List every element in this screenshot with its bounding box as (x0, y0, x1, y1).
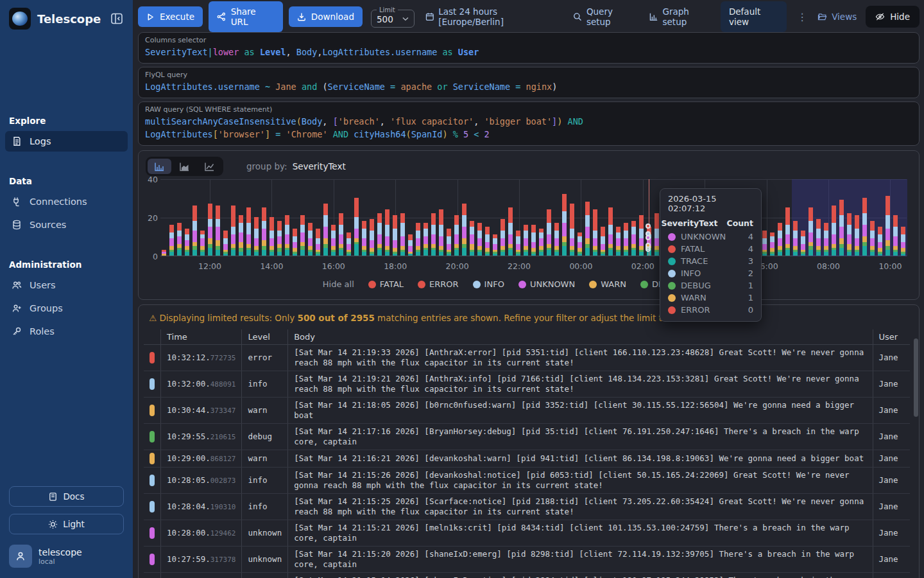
sidebar-item-connections[interactable]: Connections (5, 191, 128, 212)
raw-query-field[interactable]: RAW query (SQL WHERE statement) multiSea… (138, 101, 920, 146)
stacked-bar[interactable] (454, 179, 459, 256)
stacked-bar[interactable] (447, 179, 451, 256)
stacked-bar[interactable] (270, 179, 274, 256)
stacked-bar[interactable] (354, 179, 359, 256)
stacked-bar[interactable] (608, 179, 613, 256)
stacked-bar[interactable] (539, 179, 543, 256)
table-row[interactable]: 10:28:05.002873info[Sat Mar 14 21:15:26 … (144, 468, 910, 494)
stacked-bar[interactable] (809, 179, 813, 256)
legend-item-unknown[interactable]: UNKNOWN (518, 279, 575, 289)
stacked-bar[interactable] (346, 179, 351, 256)
chart-type-line-button[interactable] (198, 159, 221, 174)
limit-select[interactable]: Limit 500 (371, 6, 415, 28)
stacked-bar[interactable] (886, 179, 890, 256)
default-view-button[interactable]: Default view (721, 1, 787, 32)
stacked-bar[interactable] (862, 179, 867, 256)
chart-type-area-button[interactable] (173, 159, 196, 174)
table-row[interactable]: 10:29:55.210615debug[Sat Mar 14 21:17:16… (144, 424, 910, 450)
legend-item-info[interactable]: INFO (473, 279, 504, 289)
scrollbar-thumb[interactable] (914, 338, 918, 417)
stacked-bar[interactable] (239, 179, 243, 256)
stacked-bar[interactable] (462, 179, 466, 256)
stacked-bar[interactable] (601, 179, 605, 256)
table-row[interactable]: 10:32:12.772735error[Sat Mar 14 21:19:33… (144, 345, 910, 371)
stacked-bar[interactable] (832, 179, 836, 256)
table-row[interactable]: 10:27:53.630357info[Sat Mar 14 21:15:14 … (144, 573, 910, 578)
stacked-bar[interactable] (878, 179, 882, 256)
stacked-bar[interactable] (416, 179, 420, 256)
stacked-bar[interactable] (439, 179, 443, 256)
stacked-bar[interactable] (246, 179, 251, 256)
stacked-bar[interactable] (516, 179, 520, 256)
table-row[interactable]: 10:27:59.317378unknown[Sat Mar 14 21:15:… (144, 547, 910, 573)
legend-hide-all[interactable]: Hide all (323, 279, 354, 289)
chart-type-bar-button[interactable] (148, 159, 171, 174)
sidebar-item-sources[interactable]: Sources (5, 215, 128, 235)
stacked-bar[interactable] (470, 179, 474, 256)
table-row[interactable]: 10:28:04.190310info[Sat Mar 14 21:15:25 … (144, 494, 910, 520)
stacked-bar[interactable] (778, 179, 782, 256)
stacked-bar[interactable] (331, 179, 336, 256)
stacked-bar[interactable] (169, 179, 174, 256)
column-body[interactable]: Body (288, 329, 873, 345)
execute-button[interactable]: Execute (138, 6, 203, 27)
stacked-bar[interactable] (839, 179, 844, 256)
table-row[interactable]: 10:28:00.129462unknown[Sat Mar 14 21:15:… (144, 520, 910, 547)
stacked-bar[interactable] (624, 179, 628, 256)
stacked-bar[interactable] (801, 179, 805, 256)
sidebar-item-users[interactable]: Users (5, 275, 128, 295)
stacked-bar[interactable] (208, 179, 212, 256)
stacked-bar[interactable] (770, 179, 774, 256)
stacked-bar[interactable] (531, 179, 536, 256)
stacked-bar[interactable] (593, 179, 597, 256)
stacked-bar[interactable] (524, 179, 528, 256)
stacked-bar[interactable] (393, 179, 397, 256)
stacked-bar[interactable] (485, 179, 490, 256)
sidebar-item-logs[interactable]: Logs (5, 131, 128, 152)
columns-selector-field[interactable]: Columns selector SeverityText|lower as L… (138, 32, 920, 64)
stacked-bar[interactable] (223, 179, 228, 256)
stacked-bar[interactable] (177, 179, 182, 256)
stacked-bar[interactable] (654, 179, 659, 256)
query-setup-button[interactable]: Query setup (573, 6, 638, 27)
sidebar-collapse-icon[interactable] (110, 12, 124, 26)
stacked-bar[interactable] (408, 179, 413, 256)
hide-button[interactable]: Hide (866, 6, 920, 28)
stacked-bar[interactable] (323, 179, 328, 256)
kebab-menu-icon[interactable]: ⋮ (796, 11, 809, 23)
legend-item-warn[interactable]: WARN (589, 279, 626, 289)
stacked-bar[interactable] (824, 179, 828, 256)
stacked-bar[interactable] (762, 179, 767, 256)
columns-selector-code[interactable]: SeverityText|lower as Level, Body,LogAtt… (145, 46, 912, 58)
stacked-bar[interactable] (339, 179, 343, 256)
theme-toggle-button[interactable]: Light (9, 514, 124, 534)
stacked-bar[interactable] (362, 179, 366, 256)
column-time[interactable]: Time (161, 329, 242, 345)
chart-plot-area[interactable] (160, 179, 907, 256)
stacked-bar[interactable] (316, 179, 320, 256)
stacked-bar[interactable] (285, 179, 289, 256)
share-url-button[interactable]: Share URL (209, 1, 283, 32)
docs-button[interactable]: Docs (9, 486, 124, 507)
stacked-bar[interactable] (616, 179, 620, 256)
views-button[interactable]: Views (817, 12, 857, 22)
results-scrollbar[interactable] (914, 338, 918, 578)
stacked-bar[interactable] (254, 179, 259, 256)
stacked-bar[interactable] (477, 179, 482, 256)
stacked-bar[interactable] (493, 179, 497, 256)
stacked-bar[interactable] (424, 179, 428, 256)
stacked-bar[interactable] (501, 179, 505, 256)
stacked-bar[interactable] (847, 179, 851, 256)
stacked-bar[interactable] (431, 179, 436, 256)
graph-setup-button[interactable]: Graph setup (649, 6, 715, 27)
stacked-bar[interactable] (400, 179, 405, 256)
stacked-bar[interactable] (562, 179, 567, 256)
stacked-bar[interactable] (200, 179, 205, 256)
stacked-bar[interactable] (277, 179, 282, 256)
stacked-bar[interactable] (308, 179, 312, 256)
flyql-query-code[interactable]: LogAttributes.username ~ Jane and (Servi… (145, 80, 912, 93)
stacked-bar[interactable] (639, 179, 644, 256)
sidebar-item-roles[interactable]: Roles (5, 321, 128, 342)
stacked-bar[interactable] (816, 179, 821, 256)
raw-query-code[interactable]: multiSearchAnyCaseInsensitive(Body, ['br… (145, 115, 912, 141)
